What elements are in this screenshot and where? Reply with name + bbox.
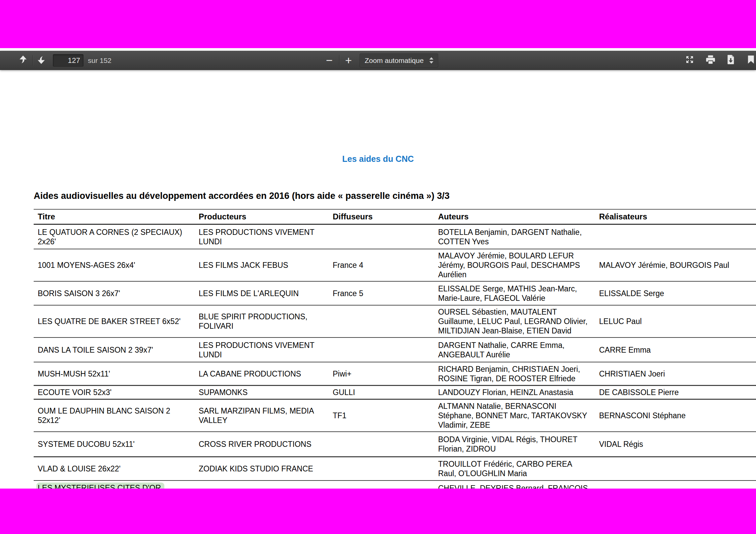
table-row: VLAD & LOUISE 26x22'ZODIAK KIDS STUDIO F…: [34, 457, 756, 481]
cell-realisateurs: ELISSALDE Serge: [595, 282, 756, 305]
frame-band-top: [0, 0, 756, 48]
cell-titre: MUSH-MUSH 52x11': [34, 362, 195, 385]
cell-titre: DANS LA TOILE SAISON 2 39x7': [34, 338, 195, 362]
up-arrow-icon: [19, 55, 27, 66]
table-row: LES QUATRE DE BAKER STREET 6x52'BLUE SPI…: [34, 306, 756, 338]
cell-producteurs: ZODIAK KIDS STUDIO FRANCE: [195, 457, 329, 480]
cell-titre: BORIS SAISON 3 26x7': [34, 282, 195, 305]
table-row: 1001 MOYENS-AGES 26x4'LES FILMS JACK FEB…: [34, 249, 756, 282]
table-row: DANS LA TOILE SAISON 2 39x7'LES PRODUCTI…: [34, 338, 756, 362]
frame-band-bottom: [0, 489, 756, 534]
table-body: LE QUATUOR A CORNES (2 SPECIAUX) 2x26'LE…: [34, 225, 756, 529]
cell-realisateurs: VIDAL Régis: [595, 432, 756, 456]
table-row: BORIS SAISON 3 26x7'LES FILMS DE L'ARLEQ…: [34, 282, 756, 306]
header-realisateurs: Réalisateurs: [595, 210, 756, 224]
cell-diffuseurs: GULLI: [329, 386, 434, 399]
toolbar-separator: [339, 55, 339, 66]
cell-producteurs: BLUE SPIRIT PRODUCTIONS, FOLIVARI: [195, 306, 329, 337]
chevron-up-down-icon: [427, 57, 436, 64]
cell-diffuseurs: [329, 457, 434, 480]
cell-producteurs: SARL MARZIPAN FILMS, MEDIA VALLEY: [195, 400, 329, 431]
page-count-label: sur 152: [88, 51, 111, 70]
cell-producteurs: LES PRODUCTIONS VIVEMENT LUNDI: [195, 338, 329, 362]
cell-auteurs: ELISSALDE Serge, MATHIS Jean-Marc, Marie…: [434, 282, 595, 305]
cell-diffuseurs: Piwi+: [329, 362, 434, 385]
doc-title: Les aides du CNC: [0, 154, 756, 164]
cell-titre: 1001 MOYENS-AGES 26x4': [34, 249, 195, 281]
table-row: MUSH-MUSH 52x11'LA CABANE PRODUCTIONSPiw…: [34, 362, 756, 386]
cell-producteurs: LES FILMS JACK FEBUS: [195, 249, 329, 281]
cell-diffuseurs: [329, 225, 434, 249]
table-row: ECOUTE VOIR 52x3'SUPAMONKSGULLILANDOUZY …: [34, 386, 756, 400]
cell-auteurs: ALTMANN Natalie, BERNASCONI Stéphane, BO…: [434, 400, 595, 431]
cell-auteurs: MALAVOY Jérémie, BOULARD LEFUR Jérémy, B…: [434, 249, 595, 281]
cell-titre: LE QUATUOR A CORNES (2 SPECIAUX) 2x26': [34, 225, 195, 249]
pdf-page: Les aides du CNC Aides audiovisuelles au…: [0, 70, 756, 489]
zoom-select[interactable]: Zoom automatique: [360, 54, 438, 67]
next-page-button[interactable]: [34, 53, 48, 68]
header-titre: Titre: [34, 210, 195, 224]
cell-titre: ECOUTE VOIR 52x3': [34, 386, 195, 399]
cell-diffuseurs: TF1: [329, 400, 434, 431]
aid-table: Titre Producteurs Diffuseurs Auteurs Réa…: [34, 209, 756, 529]
screenshot-root: sur 152 − + Zoom automatique: [0, 0, 756, 534]
cell-realisateurs: LELUC Paul: [595, 306, 756, 337]
cell-realisateurs: CHRISTIAEN Joeri: [595, 362, 756, 385]
cell-titre: VLAD & LOUISE 26x22': [34, 457, 195, 480]
cell-auteurs: OURSEL Sébastien, MAUTALENT Guillaume, L…: [434, 306, 595, 337]
cell-realisateurs: BERNASCONI Stéphane: [595, 400, 756, 431]
header-producteurs: Producteurs: [195, 210, 329, 224]
zoom-in-button[interactable]: +: [341, 53, 356, 68]
bookmark-button[interactable]: [744, 53, 756, 68]
plus-icon: +: [345, 55, 352, 66]
page-number-input[interactable]: [53, 54, 84, 67]
toolbar-separator: [32, 55, 33, 66]
cell-producteurs: LA CABANE PRODUCTIONS: [195, 362, 329, 385]
cell-auteurs: LANDOUZY Florian, HEINZL Anastasia: [434, 386, 595, 399]
print-button[interactable]: [703, 53, 718, 68]
download-icon: [726, 55, 735, 66]
expand-arrows-icon: [685, 55, 694, 66]
cell-realisateurs: CARRE Emma: [595, 338, 756, 362]
table-header-row: Titre Producteurs Diffuseurs Auteurs Réa…: [34, 209, 756, 225]
previous-page-button[interactable]: [15, 53, 30, 68]
cell-diffuseurs: [329, 306, 434, 337]
bookmark-icon: [748, 56, 754, 65]
header-diffuseurs: Diffuseurs: [329, 210, 434, 224]
presentation-mode-button[interactable]: [682, 53, 697, 68]
table-row: SYSTEME DUCOBU 52x11'CROSS RIVER PRODUCT…: [34, 432, 756, 457]
cell-producteurs: CROSS RIVER PRODUCTIONS: [195, 432, 329, 456]
cell-producteurs: LES FILMS DE L'ARLEQUIN: [195, 282, 329, 305]
table-row: OUM LE DAUPHIN BLANC SAISON 2 52x12'SARL…: [34, 400, 756, 432]
cell-realisateurs: DE CABISSOLE Pierre: [595, 386, 756, 399]
cell-titre: SYSTEME DUCOBU 52x11': [34, 432, 195, 456]
zoom-select-value: Zoom automatique: [360, 57, 427, 65]
browser-chrome-strip: [0, 48, 756, 51]
pdf-toolbar: sur 152 − + Zoom automatique: [0, 51, 756, 70]
cell-diffuseurs: France 4: [329, 249, 434, 281]
cell-auteurs: TROUILLOT Frédéric, CARBO PEREA Raul, O'…: [434, 457, 595, 480]
cell-auteurs: RICHARD Benjamin, CHRISTIAEN Joeri, ROSI…: [434, 362, 595, 385]
down-arrow-icon: [37, 55, 45, 66]
cell-producteurs: SUPAMONKS: [195, 386, 329, 399]
cell-producteurs: LES PRODUCTIONS VIVEMENT LUNDI: [195, 225, 329, 249]
cell-titre: LES QUATRE DE BAKER STREET 6x52': [34, 306, 195, 337]
minus-icon: −: [326, 55, 333, 66]
section-heading: Aides audiovisuelles au développement ac…: [34, 190, 746, 201]
cell-diffuseurs: France 5: [329, 282, 434, 305]
download-button[interactable]: [723, 53, 738, 68]
cell-diffuseurs: [329, 432, 434, 456]
cell-diffuseurs: [329, 338, 434, 362]
cell-realisateurs: MALAVOY Jérémie, BOURGOIS Paul: [595, 249, 756, 281]
cell-auteurs: DARGENT Nathalie, CARRE Emma, ANGEBAULT …: [434, 338, 595, 362]
zoom-out-button[interactable]: −: [322, 53, 337, 68]
header-auteurs: Auteurs: [434, 210, 595, 224]
cell-realisateurs: [595, 457, 756, 480]
cell-titre: OUM LE DAUPHIN BLANC SAISON 2 52x12': [34, 400, 195, 431]
table-row: LE QUATUOR A CORNES (2 SPECIAUX) 2x26'LE…: [34, 225, 756, 249]
cell-auteurs: BOTELLA Benjamin, DARGENT Nathalie, COTT…: [434, 225, 595, 249]
cell-auteurs: BODA Virginie, VIDAL Régis, THOURET Flor…: [434, 432, 595, 456]
cell-realisateurs: [595, 225, 756, 249]
printer-icon: [705, 55, 716, 66]
